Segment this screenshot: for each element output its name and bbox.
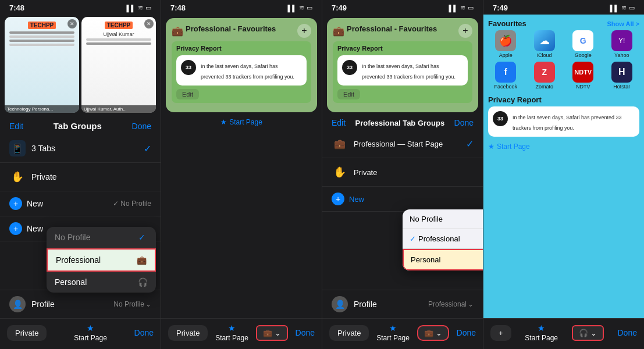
professional-text: Professional (56, 255, 101, 265)
battery-icon-1: ▭ (145, 4, 151, 12)
fav-ndtv[interactable]: NDTV NDTV (565, 62, 601, 90)
chevron-down-icon-3: ⌄ (468, 300, 474, 308)
star-icon-btn-2: ★ (228, 323, 236, 333)
fav-zomato-icon: Z (534, 62, 555, 83)
fav-hotstar[interactable]: H Hotstar (604, 62, 640, 90)
favourites-grid: 🍎 Apple ☁ iCloud G Google Y! Yahoo f (488, 30, 639, 90)
profile-switcher-3[interactable]: 💼 ⌄ (417, 325, 449, 341)
start-page-btn-1[interactable]: ★ Start Page (74, 323, 107, 342)
new-row-1[interactable]: + New ✓ No Profile (0, 191, 161, 216)
status-time-4: 7:49 (493, 3, 508, 12)
wifi-icon-3: ≋ (460, 4, 465, 12)
dropdown-professional[interactable]: Professional 💼 (47, 248, 156, 272)
start-page-btn-3[interactable]: ★ Start Page (376, 323, 410, 342)
done-button-1[interactable]: Done (132, 122, 151, 131)
edit-small-btn-3[interactable]: Edit (337, 89, 360, 99)
done-button-3[interactable]: Done (454, 118, 474, 127)
edit-button-3[interactable]: Edit (332, 118, 346, 127)
thumb-2[interactable]: TECHPP Ujjwal Kumar ✕ Ujjwal Kumar, Auth… (81, 17, 156, 113)
start-page-btn-2[interactable]: ★ Start Page (215, 323, 248, 342)
p3-dropdown-personal[interactable]: Personal 🎧 (403, 249, 483, 270)
safari-add-btn-3[interactable]: + (458, 24, 472, 38)
no-profile-label: ✓ No Profile (113, 200, 151, 208)
done-btn-toolbar-3[interactable]: Done (457, 328, 476, 337)
star-icon-btn-4: ★ (538, 323, 545, 333)
edit-button-1[interactable]: Edit (9, 122, 23, 131)
professional-icon: 💼 (137, 255, 147, 265)
thumb-author: Ujjwal Kumar (103, 31, 134, 37)
fav-facebook-icon: f (495, 62, 516, 83)
profile-row-3[interactable]: 👤 Profile Professional ⌄ (322, 290, 483, 318)
thumb-line (9, 44, 74, 46)
dropdown-overlay-3: No Profile ✓ Professional 💼 Personal 🎧 (403, 209, 483, 270)
battery-icon-3: ▭ (468, 4, 474, 12)
safari-card-2: 💼 Professional - Favourites + Privacy Re… (166, 18, 317, 112)
fav-icloud-icon: ☁ (534, 30, 555, 51)
thumb-close-1[interactable]: ✕ (67, 19, 77, 29)
status-icons-4: ▌▌ ≋ ▭ (610, 4, 635, 12)
profile-switcher-4[interactable]: 🎧 ⌄ (572, 325, 604, 341)
privacy-desc-4: In the last seven days, Safari has preve… (513, 115, 622, 131)
profile-label-1: Profile (31, 300, 55, 309)
profile-switcher-2[interactable]: 💼 ⌄ (256, 325, 288, 341)
profile-row-1[interactable]: 👤 Profile No Profile ⌄ (0, 290, 161, 318)
done-btn-toolbar-4[interactable]: Done (618, 328, 637, 337)
tab-group-professional-3[interactable]: 💼 Professional — Start Page ✓ (322, 130, 483, 158)
safari-content-2: 💼 Professional - Favourites + Privacy Re… (161, 15, 322, 318)
star-icon-1: ★ (87, 323, 94, 333)
fav-hotstar-icon: H (611, 62, 632, 83)
fav-yahoo[interactable]: Y! Yahoo (604, 30, 640, 58)
plus-icon-3: + (332, 193, 344, 205)
done-btn-toolbar-2[interactable]: Done (296, 328, 315, 337)
personal-icon: 🎧 (138, 277, 148, 287)
wifi-icon-4: ≋ (621, 4, 627, 12)
p3-dropdown-no-profile[interactable]: No Profile (403, 209, 483, 229)
dropdown-personal[interactable]: Personal 🎧 (47, 272, 156, 290)
plus-btn-4[interactable]: + (490, 325, 511, 341)
safari-add-btn-2[interactable]: + (297, 24, 311, 38)
tab-group-icon-phone: 📱 (9, 140, 26, 156)
p3-dropdown-professional[interactable]: ✓ Professional 💼 (403, 229, 483, 249)
status-icons-1: ▌▌ ≋ ▭ (126, 4, 151, 12)
fav-google[interactable]: G Google (565, 30, 601, 58)
chevron-down-icon-sw-4: ⌄ (590, 329, 597, 337)
plus-icon-new2: + (9, 222, 22, 235)
tab-group-private-3[interactable]: ✋ Private (322, 158, 483, 187)
tab-groups-list-1: 📱 3 Tabs ✓ ✋ Private + New ✓ No Profile … (0, 134, 161, 290)
privacy-report-card-3: 33 In the last seven days, Safari has pr… (337, 55, 468, 86)
privacy-report-section-3: Privacy Report 33 In the last seven days… (333, 41, 472, 103)
fav-ndtv-label: NDTV (576, 84, 590, 90)
start-page-btn-4[interactable]: ★ Start Page (525, 323, 558, 342)
show-all-link[interactable]: Show All > (607, 20, 639, 27)
fav-icloud[interactable]: ☁ iCloud (527, 30, 563, 58)
thumb-line (9, 35, 74, 38)
tab-group-label-professional-3: Professional — Start Page (354, 140, 466, 148)
privacy-report-card-4: 33 In the last seven days, Safari has pr… (488, 106, 639, 137)
tab-group-label-3tabs: 3 Tabs (31, 144, 144, 153)
privacy-report-title-3: Privacy Report (337, 45, 468, 52)
tab-group-item-3tabs[interactable]: 📱 3 Tabs ✓ (0, 134, 161, 163)
fav-zomato[interactable]: Z Zomato (527, 62, 563, 90)
private-button-2[interactable]: Private (168, 325, 208, 341)
fav-apple[interactable]: 🍎 Apple (488, 30, 524, 58)
done-btn-toolbar-1[interactable]: Done (134, 328, 154, 337)
fav-facebook[interactable]: f Facebook (488, 62, 524, 90)
thumb-close-2[interactable]: ✕ (144, 19, 154, 29)
profile-value-3: Professional ⌄ (428, 300, 474, 308)
no-profile-check: ✓ (138, 233, 145, 242)
start-page-row-2[interactable]: ★ Start Page (220, 118, 262, 126)
private-button-1[interactable]: Private (7, 325, 47, 341)
status-bar-4: 7:49 ▌▌ ≋ ▭ (483, 0, 644, 15)
no-profile-text: No Profile (55, 233, 90, 242)
dropdown-no-profile[interactable]: No Profile ✓ (47, 227, 156, 248)
new-row-3[interactable]: + New (322, 187, 483, 212)
thumb-1[interactable]: TECHPP ✕ Technology Persona... (5, 17, 79, 113)
status-bar-1: 7:48 ▌▌ ≋ ▭ (0, 0, 161, 15)
tab-group-item-private[interactable]: ✋ Private (0, 163, 161, 191)
status-bar-3: 7:49 ▌▌ ≋ ▭ (322, 0, 483, 15)
edit-small-btn-2[interactable]: Edit (176, 89, 199, 99)
star-icon-4: ★ (488, 143, 494, 151)
battery-icon-2: ▭ (307, 4, 312, 12)
start-page-row-4[interactable]: ★ Start Page (488, 143, 639, 151)
private-button-3[interactable]: Private (329, 325, 369, 341)
